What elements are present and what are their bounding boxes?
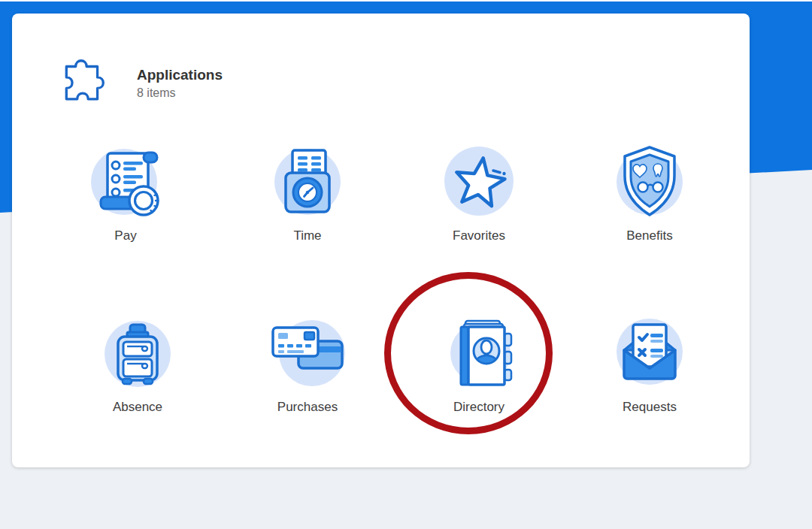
card-item-count: 8 items — [137, 86, 176, 101]
app-label-directory: Directory — [419, 400, 539, 415]
absence-icon — [92, 307, 183, 397]
app-label-benefits: Benefits — [589, 228, 710, 243]
benefits-icon — [604, 135, 695, 225]
purchases-icon — [262, 307, 353, 397]
app-label-purchases: Purchases — [247, 400, 368, 415]
app-time[interactable]: Time — [247, 135, 368, 248]
requests-icon — [604, 307, 695, 397]
favorites-icon — [434, 135, 524, 225]
app-absence[interactable]: Absence — [77, 307, 198, 419]
app-requests[interactable]: Requests — [589, 307, 710, 419]
app-pay[interactable]: Pay — [65, 135, 186, 248]
app-label-time: Time — [247, 228, 368, 243]
app-favorites[interactable]: Favorites — [419, 135, 539, 248]
app-purchases[interactable]: Purchases — [247, 307, 368, 419]
app-label-pay: Pay — [65, 228, 186, 243]
app-benefits[interactable]: Benefits — [589, 135, 710, 248]
directory-icon — [434, 307, 524, 397]
applications-card: Applications 8 items — [12, 14, 750, 467]
app-label-favorites: Favorites — [419, 228, 539, 243]
app-directory[interactable]: Directory — [419, 307, 539, 419]
card-title: Applications — [137, 66, 223, 84]
time-icon — [262, 135, 353, 225]
app-label-requests: Requests — [589, 400, 710, 415]
pay-icon — [80, 135, 171, 225]
page-top-edge — [0, 0, 812, 2]
puzzle-piece-icon — [59, 54, 108, 104]
app-label-absence: Absence — [77, 400, 198, 415]
